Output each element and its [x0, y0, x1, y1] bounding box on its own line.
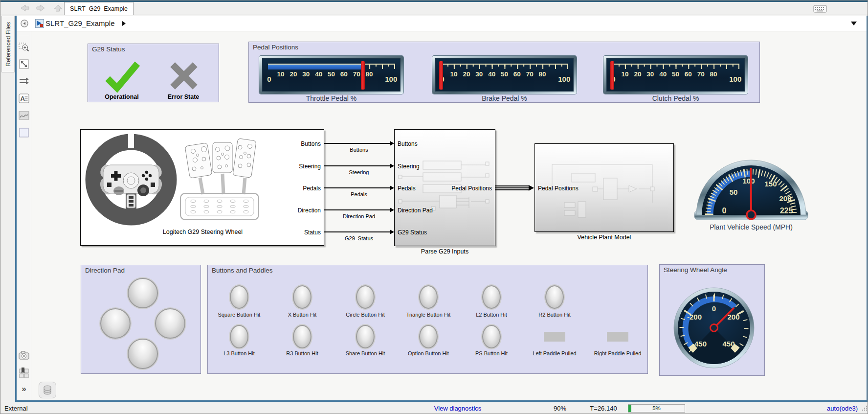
- operational-check-icon[interactable]: [102, 58, 141, 93]
- button-lamp[interactable]: [230, 285, 248, 309]
- direction-pad-area[interactable]: Direction Pad: [81, 265, 201, 374]
- image-icon[interactable]: [18, 110, 30, 121]
- breadcrumb-dropdown-icon[interactable]: [851, 22, 857, 25]
- parse-block-caption: Parse G29 Inputs: [394, 248, 495, 255]
- vehicle-plant-model-block[interactable]: Pedal Positions: [534, 143, 674, 232]
- paddle-indicator[interactable]: [544, 332, 565, 342]
- button-lamp[interactable]: [356, 325, 375, 348]
- linear-gauge[interactable]: 01020304050607080100: [259, 56, 403, 94]
- simulink-window: SLRT_G29_Example Referenced Files SLRT_G…: [0, 0, 868, 414]
- gauge-tick-label: 20: [289, 70, 297, 78]
- bus-wire[interactable]: [495, 187, 530, 188]
- expand-palette-icon[interactable]: »: [18, 383, 30, 395]
- button-lamp[interactable]: [419, 325, 438, 348]
- viewmarks-icon[interactable]: [18, 367, 30, 378]
- solver-indicator[interactable]: auto(ode3): [827, 405, 858, 412]
- gauge-tick-label: 100: [385, 75, 397, 83]
- model-data-button[interactable]: [39, 382, 56, 398]
- button-lamp[interactable]: [482, 285, 501, 309]
- hide-browser-icon[interactable]: [20, 19, 29, 28]
- simulation-time: T=26.140: [581, 405, 625, 412]
- g29-wheel-art: [85, 132, 280, 226]
- up-arrow-icon[interactable]: [52, 4, 63, 12]
- buttons-paddles-area[interactable]: Buttons and Paddles Square Button HitX B…: [207, 265, 648, 374]
- gauge-face: 01020304050607080100: [262, 58, 401, 92]
- left-dock-strip: Referenced Files: [1, 16, 15, 400]
- bus-wire[interactable]: [495, 185, 530, 186]
- button-lamp[interactable]: [293, 325, 312, 348]
- resize-grip[interactable]: [861, 406, 867, 412]
- direction-lamp[interactable]: [128, 278, 158, 308]
- steering-angle-gauge[interactable]: 0 -200 200 -450 450: [673, 285, 755, 369]
- gauge-tick-label: 80: [539, 70, 546, 78]
- direction-lamp[interactable]: [128, 339, 158, 369]
- input-port-label: Pedal Positions: [538, 185, 579, 192]
- button-lamp-label: R2 Button Hit: [520, 312, 589, 318]
- forward-arrow-icon[interactable]: [36, 4, 46, 12]
- gauge-tick-label: 10: [622, 70, 629, 78]
- parse-g29-inputs-block[interactable]: ButtonsSteeringPedalsDirection PadG29 St…: [394, 129, 495, 246]
- referenced-files-tab[interactable]: Referenced Files: [1, 16, 15, 72]
- gauge-value-bar: [268, 65, 363, 69]
- button-lamp[interactable]: [419, 285, 438, 309]
- gauge-tick-label: 10: [450, 70, 458, 78]
- back-arrow-icon[interactable]: [19, 4, 30, 12]
- database-icon: [43, 385, 52, 395]
- breadcrumb-caret-icon[interactable]: [122, 21, 126, 26]
- vehicle-speed-gauge[interactable]: 0 50 100 150 200 225: [693, 148, 809, 222]
- breadcrumb-model-name[interactable]: SLRT_G29_Example: [45, 19, 114, 27]
- gauge-tick-label: 20: [463, 70, 470, 78]
- speed-needle: [751, 168, 751, 215]
- zoom-region-icon[interactable]: [18, 42, 30, 53]
- palette-divider: [19, 35, 29, 35]
- input-port-label: Buttons: [398, 140, 418, 147]
- button-lamp[interactable]: [230, 325, 248, 348]
- speed-tick-0: 0: [722, 207, 727, 215]
- area-icon[interactable]: [18, 127, 30, 138]
- speed-needle-pivot: [747, 210, 756, 219]
- button-lamp-label: X Button Hit: [268, 312, 336, 318]
- button-lamp[interactable]: [482, 325, 501, 348]
- gauge-tick-label: 100: [729, 75, 741, 83]
- input-port-label: Direction Pad: [398, 207, 433, 214]
- button-lamp[interactable]: [356, 285, 375, 309]
- logitech-g29-block[interactable]: Logitech G29 Steering Wheel ButtonsSteer…: [80, 129, 324, 246]
- zoom-level[interactable]: 90%: [548, 405, 572, 412]
- simulation-mode[interactable]: External: [4, 405, 28, 412]
- g29-block-caption: Logitech G29 Steering Wheel: [81, 229, 325, 235]
- button-lamp[interactable]: [545, 285, 564, 309]
- g29-status-area[interactable]: G29 Status Operational Error State: [88, 44, 219, 102]
- gauge-tick-label: 60: [685, 70, 692, 78]
- tab-slrt-g29-example[interactable]: SLRT_G29_Example: [64, 2, 134, 15]
- screenshot-icon[interactable]: [18, 350, 30, 362]
- error-cross-icon[interactable]: [168, 60, 200, 92]
- steering-wheel-angle-area[interactable]: Steering Wheel Angle 0 -200 200 -450 450: [659, 264, 765, 376]
- steer-tick-0: 0: [712, 304, 716, 313]
- speed-tick-150: 150: [764, 180, 777, 188]
- fit-to-view-icon[interactable]: [18, 58, 30, 70]
- gauge-tick-label: 0: [267, 75, 271, 83]
- view-diagnostics-link[interactable]: View diagnostics: [423, 405, 492, 412]
- speed-tick-50: 50: [730, 188, 738, 196]
- annotation-icon[interactable]: A: [18, 92, 30, 104]
- gauge-face: 01020304050607080100: [435, 58, 574, 92]
- button-lamp[interactable]: [293, 285, 312, 309]
- input-port-label: G29 Status: [398, 229, 427, 236]
- linear-gauge[interactable]: 01020304050607080100: [603, 56, 748, 94]
- direction-lamp[interactable]: [100, 308, 131, 339]
- pedal-positions-area[interactable]: Pedal Positions 01020304050607080100Thro…: [248, 42, 760, 103]
- speed-tick-100: 100: [742, 177, 755, 185]
- gauge-tick-label: 70: [697, 70, 705, 78]
- operational-label: Operational: [92, 93, 151, 100]
- gauge-needle: [610, 61, 614, 90]
- model-icon: [35, 19, 44, 28]
- linear-gauge[interactable]: 01020304050607080100: [432, 56, 577, 94]
- paddle-indicator[interactable]: [607, 332, 628, 342]
- speed-tick-200: 200: [779, 194, 791, 203]
- route-signals-icon[interactable]: [18, 75, 30, 87]
- output-port-label: Steering: [299, 163, 321, 170]
- input-port-label: Steering: [398, 163, 420, 170]
- keyboard-icon[interactable]: [813, 4, 827, 13]
- bus-wire[interactable]: [495, 189, 530, 190]
- direction-lamp[interactable]: [155, 308, 185, 339]
